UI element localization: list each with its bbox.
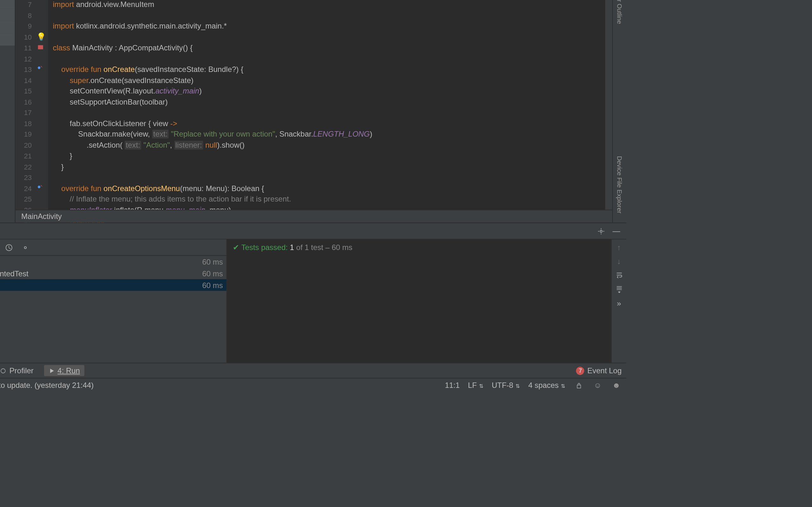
test-class-row[interactable]: ▼ ✔ red.torch.myapplication.ExampleInstr… bbox=[0, 268, 226, 279]
gutter-icon[interactable] bbox=[37, 43, 46, 52]
project-panel: Android ▼ — ▼app ▶manifests ▼java ▼red.t… bbox=[0, 0, 15, 222]
svg-point-29 bbox=[38, 185, 40, 188]
rail-flutter-outline[interactable]: Flutter Outline bbox=[616, 0, 623, 27]
project-tree[interactable]: ▼app ▶manifests ▼java ▼red.torch.myappli… bbox=[0, 0, 15, 222]
test-output[interactable]: ✔ Tests passed: 1 of 1 test – 60 ms bbox=[227, 239, 611, 363]
status-indent[interactable]: 4 spaces ⇅ bbox=[528, 381, 565, 390]
editor-error-stripe[interactable] bbox=[605, 0, 612, 222]
tab-run[interactable]: 4: Run bbox=[44, 365, 85, 376]
rail-device-explorer[interactable]: Device File Explorer bbox=[616, 152, 623, 217]
status-line-ending[interactable]: LF ⇅ bbox=[468, 381, 484, 390]
scroll-end-icon[interactable] bbox=[614, 284, 624, 294]
event-log-badge-icon: 7 bbox=[576, 367, 585, 375]
code-editor[interactable]: 1234567891011121314151617181920212223242… bbox=[15, 0, 612, 222]
status-bar: IDE and Plugin Updates: Android Studio i… bbox=[0, 378, 626, 392]
scroll-up-icon[interactable]: ↑ bbox=[614, 242, 624, 252]
tree-res[interactable]: ▶res bbox=[0, 58, 15, 70]
right-tool-rail: Gradle Flutter Outline Device File Explo… bbox=[612, 0, 626, 222]
gear-icon[interactable] bbox=[596, 226, 606, 236]
svg-rect-27 bbox=[38, 45, 43, 49]
inspector-icon[interactable]: ☺ bbox=[593, 380, 603, 390]
svg-point-28 bbox=[38, 66, 40, 69]
tree-pkg3[interactable]: ▼red.torch.myapplication (test) bbox=[0, 21, 15, 33]
softwrap-icon[interactable] bbox=[614, 270, 624, 280]
tree-example-instrumented[interactable]: CExampleInstrumentedTest bbox=[0, 9, 15, 21]
editor-gutter[interactable]: 1234567891011121314151617181920212223242… bbox=[15, 0, 48, 222]
test-tree: a ↑ ↓ ▼ ✔ Test Results 60 ms bbox=[0, 239, 227, 363]
tab-profiler[interactable]: Profiler bbox=[0, 366, 34, 375]
editor-breadcrumb[interactable]: MainActivity bbox=[15, 210, 612, 223]
editor-area: KExampleInstrumentedTest.kt× KMainActivi… bbox=[15, 0, 612, 222]
tab-event-log[interactable]: 7 Event Log bbox=[576, 366, 622, 375]
gutter-icon[interactable] bbox=[37, 183, 46, 192]
status-position[interactable]: 11:1 bbox=[445, 381, 460, 390]
gear-icon[interactable] bbox=[20, 242, 31, 252]
tree-gradle-scripts[interactable]: ▶Gradle Scripts bbox=[0, 82, 15, 95]
gutter-icon[interactable]: 💡 bbox=[37, 32, 46, 41]
tree-pkg2[interactable]: ▼red.torch.myapplication (androidTest) bbox=[0, 0, 15, 9]
run-tool-window: Run: Tests in 'red.torch.myapplication' … bbox=[0, 222, 626, 362]
svg-rect-40 bbox=[577, 385, 581, 388]
tree-example-unit[interactable]: CExampleUnitTest bbox=[0, 33, 15, 46]
scroll-dn-icon[interactable]: ↓ bbox=[614, 256, 624, 266]
svg-point-30 bbox=[600, 230, 602, 232]
bottom-tool-tabs: TODO Terminal Build 6: Logcat Profiler 4… bbox=[0, 363, 626, 378]
test-results-root[interactable]: ▼ ✔ Test Results 60 ms bbox=[0, 256, 226, 268]
test-method-row[interactable]: ✔ useAppContext 60 ms bbox=[0, 279, 226, 291]
run-tab-icon bbox=[49, 368, 55, 373]
tree-res-gen[interactable]: res (generated) bbox=[0, 70, 15, 82]
status-msg[interactable]: IDE and Plugin Updates: Android Studio i… bbox=[0, 381, 94, 390]
gutter-icon[interactable] bbox=[37, 64, 46, 73]
hat-icon[interactable]: ☻ bbox=[611, 380, 622, 390]
code-content[interactable]: package red.torch.myapplication import a… bbox=[48, 0, 605, 222]
more-icon[interactable]: » bbox=[614, 298, 624, 308]
status-encoding[interactable]: UTF-8 ⇅ bbox=[492, 381, 520, 390]
hide-panel-icon[interactable]: — bbox=[611, 226, 622, 236]
svg-point-38 bbox=[1, 369, 5, 373]
lock-icon[interactable] bbox=[574, 380, 584, 390]
run-right-toolbar: ↑ ↓ » bbox=[611, 239, 626, 363]
svg-point-36 bbox=[24, 246, 26, 248]
profiler-icon bbox=[0, 367, 7, 374]
tree-java-gen[interactable]: ▶java (generated) bbox=[0, 46, 15, 58]
history-icon[interactable] bbox=[4, 242, 14, 252]
